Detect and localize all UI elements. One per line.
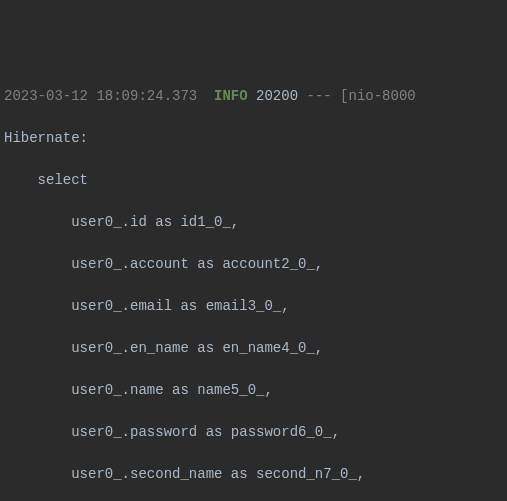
log-line-sql: user0_.name as name5_0_, — [4, 380, 503, 401]
log-line-hibernate: Hibernate: — [4, 128, 503, 149]
log-line-sql: user0_.en_name as en_name4_0_, — [4, 338, 503, 359]
log-thread: --- [nio-8000 — [298, 88, 416, 104]
log-pid: 20200 — [256, 88, 298, 104]
log-line-sql: user0_.id as id1_0_, — [4, 212, 503, 233]
log-line-sql: user0_.password as password6_0_, — [4, 422, 503, 443]
log-line-timestamp: 2023-03-12 18:09:24.373 INFO 20200 --- [… — [4, 86, 503, 107]
log-line-sql: user0_.account as account2_0_, — [4, 254, 503, 275]
log-level: INFO — [214, 88, 248, 104]
log-line-sql: user0_.email as email3_0_, — [4, 296, 503, 317]
log-line-sql: select — [4, 170, 503, 191]
log-line-sql: user0_.second_name as second_n7_0_, — [4, 464, 503, 485]
timestamp-text: 2023-03-12 18:09:24.373 — [4, 88, 197, 104]
